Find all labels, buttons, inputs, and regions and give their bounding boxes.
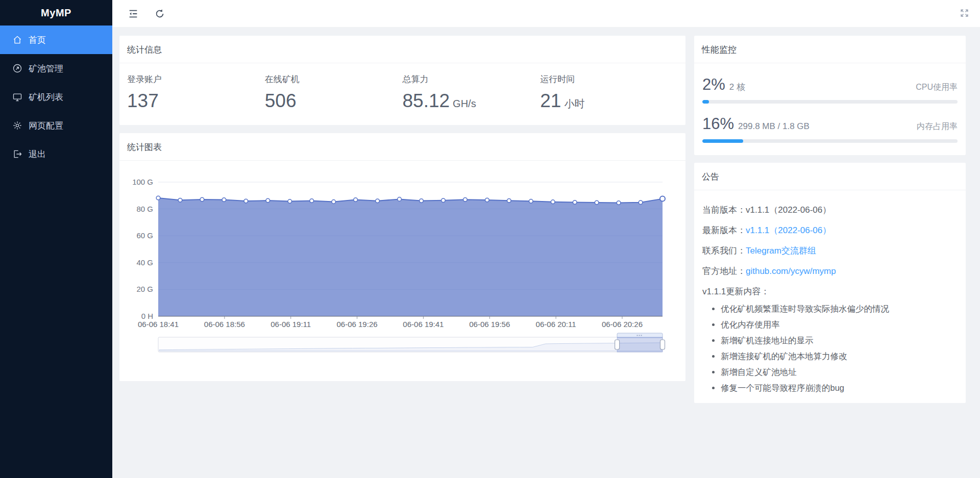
memory-percent: 16% [702, 115, 734, 133]
fullscreen-icon[interactable] [960, 8, 971, 19]
cpu-percent: 2% [702, 76, 725, 94]
y-axis-label: 80 G [136, 205, 153, 213]
chart-card: 统计图表 100 G80 G60 G40 G20 G0 H06-06 18:41… [119, 133, 685, 381]
sidebar-item-home[interactable]: 首页 [0, 26, 112, 54]
data-point[interactable] [463, 197, 468, 202]
github-link[interactable]: github.com/ycyw/mymp [746, 266, 836, 276]
data-point[interactable] [595, 200, 599, 205]
x-axis-label: 06-06 19:11 [271, 320, 311, 329]
changelog-item: 优化内存使用率 [721, 319, 958, 331]
left-column: 统计信息 登录账户 137 在线矿机 506 总算力 85.12GH/s 运行时… [119, 36, 685, 478]
datazoom-handle[interactable] [660, 340, 665, 349]
memory-progress-track [702, 139, 958, 143]
stats-body: 登录账户 137 在线矿机 506 总算力 85.12GH/s 运行时间 21小… [119, 63, 685, 125]
current-version-value: v1.1.1（2022-06-06） [746, 205, 831, 215]
data-point[interactable] [310, 199, 314, 203]
stat-value: 506 [265, 90, 403, 112]
stats-card-title: 统计信息 [119, 36, 685, 63]
stats-card: 统计信息 登录账户 137 在线矿机 506 总算力 85.12GH/s 运行时… [119, 36, 685, 125]
sidebar: MyMP 首页 矿池管理 矿机列表 网页配置 [0, 0, 112, 478]
x-axis-label: 06-06 20:11 [536, 320, 576, 329]
data-point[interactable] [266, 198, 270, 203]
sidebar-item-label: 矿池管理 [29, 63, 63, 74]
announcement-body: 当前版本：v1.1.1（2022-06-06） 最新版本：v1.1.1（2022… [694, 190, 966, 403]
data-point[interactable] [244, 199, 248, 203]
datazoom-window[interactable] [617, 337, 663, 352]
data-point[interactable] [442, 198, 446, 203]
data-point[interactable] [376, 199, 380, 203]
y-axis-label: 0 H [141, 312, 153, 320]
data-point[interactable] [420, 199, 424, 203]
sidebar-item-pool-manage[interactable]: 矿池管理 [0, 54, 112, 83]
x-axis-label: 06-06 19:26 [337, 320, 378, 329]
data-point[interactable] [529, 199, 533, 204]
data-point[interactable] [617, 201, 621, 205]
stat-label: 总算力 [403, 73, 541, 85]
web-config-icon [12, 120, 22, 131]
data-point[interactable] [573, 200, 577, 205]
sidebar-item-label: 退出 [29, 148, 46, 160]
data-point[interactable] [660, 196, 665, 202]
area-fill [158, 198, 663, 316]
changelog-item: 新增矿机连接地址的显示 [721, 335, 958, 346]
memory-usage-label: 内存占用率 [917, 121, 958, 132]
data-point[interactable] [200, 197, 204, 202]
sidebar-item-logout[interactable]: 退出 [0, 140, 112, 168]
telegram-link[interactable]: Telegram交流群组 [746, 246, 816, 256]
pool-icon [12, 63, 22, 73]
data-point[interactable] [551, 200, 555, 204]
cpu-progress-fill [702, 100, 709, 104]
sidebar-menu: 首页 矿池管理 矿机列表 网页配置 退出 [0, 26, 112, 168]
stat-login-accounts: 登录账户 137 [127, 73, 265, 112]
memory-usage-row: 16% 299.8 MB / 1.8 GB 内存占用率 [702, 115, 958, 143]
memory-detail: 299.8 MB / 1.8 GB [738, 121, 810, 132]
app-logo: MyMP [0, 0, 112, 26]
data-point[interactable] [354, 198, 358, 202]
stat-value: 21小时 [540, 90, 678, 112]
home-icon [12, 35, 22, 45]
official-site-row: 官方地址：github.com/ycyw/mymp [702, 265, 958, 277]
right-column: 性能监控 2% 2 核 CPU使用率 16% 299.8 MB / 1. [694, 36, 966, 478]
stat-label: 登录账户 [127, 73, 265, 85]
data-point[interactable] [288, 199, 292, 204]
stat-value: 137 [127, 90, 265, 112]
refresh-icon[interactable] [154, 8, 165, 19]
sidebar-item-label: 网页配置 [29, 120, 63, 132]
data-point[interactable] [178, 198, 182, 202]
miner-list-icon [12, 92, 22, 102]
data-point[interactable] [507, 198, 511, 203]
y-axis-label: 100 G [132, 178, 153, 186]
stat-label: 运行时间 [540, 73, 678, 85]
changelog-list: 优化矿机频繁重连时导致实际抽水偏少的情况优化内存使用率新增矿机连接地址的显示新增… [721, 304, 958, 394]
changelog-title: v1.1.1更新内容： [702, 286, 958, 297]
x-axis-label: 06-06 18:56 [204, 320, 245, 329]
collapse-menu-icon[interactable] [128, 8, 139, 19]
y-axis-label: 20 G [136, 285, 153, 293]
sidebar-item-web-config[interactable]: 网页配置 [0, 111, 112, 140]
chart-card-title: 统计图表 [119, 133, 685, 161]
contact-row: 联系我们：Telegram交流群组 [702, 245, 958, 257]
main-content: 统计信息 登录账户 137 在线矿机 506 总算力 85.12GH/s 运行时… [112, 28, 980, 478]
y-axis-label: 60 G [136, 231, 153, 240]
data-point[interactable] [222, 198, 226, 202]
data-point[interactable] [485, 198, 489, 202]
data-point[interactable] [398, 197, 402, 202]
memory-progress-fill [702, 139, 743, 143]
data-point[interactable] [639, 200, 643, 205]
logout-icon [12, 149, 22, 159]
data-point[interactable] [156, 196, 160, 200]
datazoom-handle[interactable] [615, 340, 620, 349]
changelog-item: 新增连接矿机的矿池本地算力修改 [721, 351, 958, 362]
stat-uptime: 运行时间 21小时 [540, 73, 678, 112]
latest-version-link[interactable]: v1.1.1（2022-06-06） [746, 225, 831, 235]
y-axis-label: 40 G [136, 258, 153, 267]
stat-total-hashrate: 总算力 85.12GH/s [403, 73, 541, 112]
x-axis-label: 06-06 20:26 [602, 320, 643, 329]
stat-online-miners: 在线矿机 506 [265, 73, 403, 112]
announcement-card-title: 公告 [694, 163, 966, 190]
changelog-item: 新增自定义矿池地址 [721, 367, 958, 378]
data-point[interactable] [332, 200, 336, 204]
sidebar-item-miner-list[interactable]: 矿机列表 [0, 83, 112, 111]
cpu-progress-track [702, 100, 958, 104]
performance-card: 性能监控 2% 2 核 CPU使用率 16% 299.8 MB / 1. [694, 36, 966, 155]
